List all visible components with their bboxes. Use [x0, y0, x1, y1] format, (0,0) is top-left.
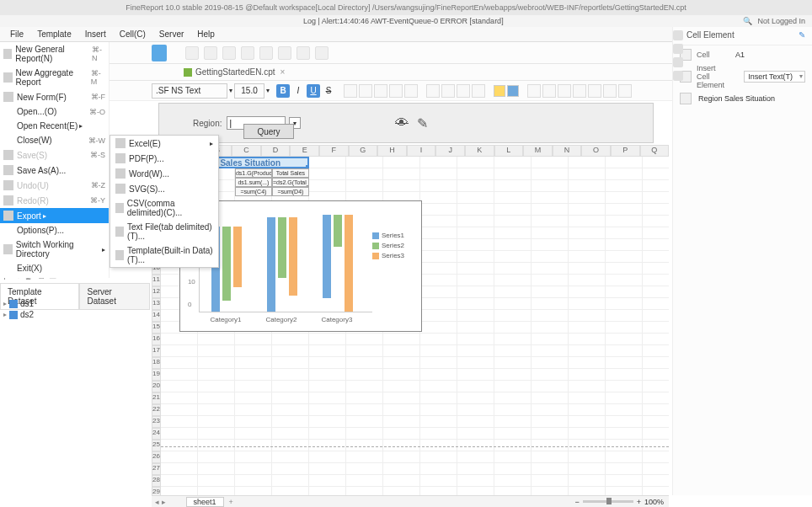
underline-button[interactable]: U	[307, 84, 320, 98]
sheet-tab[interactable]: sheet1	[186, 497, 224, 507]
side-icon[interactable]	[673, 71, 683, 81]
row-header[interactable]: 20	[152, 381, 161, 392]
col-header[interactable]: K	[465, 145, 494, 157]
align-5[interactable]	[404, 84, 418, 98]
col-header[interactable]: N	[553, 145, 582, 157]
file-item-new-general-report-n-[interactable]: New General Report(N)⌘-N	[0, 42, 109, 66]
export-item[interactable]: Excel(E)▸	[110, 136, 218, 151]
menu-file[interactable]: File	[3, 29, 30, 39]
export-item[interactable]: Word(W)...	[110, 166, 218, 181]
col-header[interactable]: F	[319, 145, 349, 157]
side-icon[interactable]	[673, 57, 683, 67]
col-header[interactable]: G	[349, 145, 378, 157]
file-item-exit-x-[interactable]: Exit(X)	[0, 261, 109, 275]
pencil-icon[interactable]: ✎	[417, 115, 428, 131]
col-header[interactable]: E	[290, 145, 319, 157]
other-2[interactable]	[573, 84, 586, 98]
eye-icon[interactable]: 👁	[395, 115, 409, 131]
file-item-open-o-[interactable]: Open...(O)⌘-O	[0, 104, 109, 119]
query-button[interactable]: Query	[243, 124, 294, 139]
size-select[interactable]: 15.0	[234, 83, 264, 99]
row-header[interactable]: 29	[152, 487, 161, 495]
col-header[interactable]: O	[581, 145, 611, 157]
col-header[interactable]: M	[523, 145, 553, 157]
col-header[interactable]: D	[261, 145, 291, 157]
strike-button[interactable]: S	[322, 84, 335, 98]
ds-item[interactable]: ▸ds1	[3, 298, 34, 309]
tb-1[interactable]	[185, 46, 199, 60]
italic-button[interactable]: I	[291, 84, 305, 98]
tb-2[interactable]	[204, 46, 217, 60]
row-header[interactable]: 27	[152, 463, 161, 475]
row-header[interactable]: 24	[152, 428, 161, 440]
row-header[interactable]: 22	[152, 404, 161, 416]
page-icon[interactable]	[152, 45, 167, 61]
insert-type-dropdown[interactable]: Insert Text(T)	[744, 71, 805, 83]
col-header[interactable]: J	[435, 145, 465, 157]
row-header[interactable]: 11	[152, 275, 161, 286]
export-item[interactable]: SVG(S)...	[110, 181, 218, 196]
cond-button[interactable]	[542, 84, 556, 98]
add-sheet-icon[interactable]: +	[224, 498, 238, 506]
tb-7[interactable]	[296, 46, 310, 60]
row-header[interactable]: 19	[152, 369, 161, 381]
row-header[interactable]: 15	[152, 322, 161, 334]
row-header[interactable]: 13	[152, 298, 161, 310]
col-header[interactable]: I	[407, 145, 436, 157]
search-icon[interactable]: 🔍	[743, 17, 752, 25]
export-item[interactable]: PDF(P)...	[110, 151, 218, 166]
border-3[interactable]	[457, 84, 470, 98]
menu-server[interactable]: Server	[152, 29, 190, 39]
border-1[interactable]	[426, 84, 440, 98]
side-icon[interactable]	[673, 44, 683, 54]
fill-color[interactable]	[494, 85, 505, 97]
col-header[interactable]: L	[494, 145, 524, 157]
menu-insert[interactable]: Insert	[78, 29, 113, 39]
row-header[interactable]: 12	[152, 286, 161, 298]
menu-help[interactable]: Help	[190, 29, 222, 39]
row-header[interactable]: 16	[152, 334, 161, 345]
merge-button[interactable]	[527, 84, 541, 98]
align-1[interactable]	[344, 84, 357, 98]
col-header[interactable]: P	[611, 145, 640, 157]
export-item[interactable]: CSV(comma delimited)(C)...	[110, 196, 218, 220]
other-5[interactable]	[618, 84, 632, 98]
file-item-save-as-a-[interactable]: Save As(A)...	[0, 163, 109, 178]
row-header[interactable]: 14	[152, 310, 161, 322]
file-item-switch-working-directory[interactable]: Switch Working Directory▸	[0, 237, 109, 261]
file-item-close-w-[interactable]: Close(W)⌘-W	[0, 133, 109, 147]
row-header[interactable]: 18	[152, 357, 161, 369]
tb-4[interactable]	[241, 46, 254, 60]
export-item[interactable]: Template(Built-in Data)(T)...	[110, 243, 218, 267]
login-status[interactable]: Not Logged In	[757, 17, 805, 25]
file-item-new-aggregate-report[interactable]: New Aggregate Report⌘-M	[0, 66, 109, 89]
menu-template[interactable]: Template	[30, 29, 78, 39]
row-header[interactable]: 17	[152, 345, 161, 357]
font-select[interactable]: .SF NS Text	[152, 83, 227, 99]
row-header[interactable]: 23	[152, 416, 161, 428]
other-4[interactable]	[603, 84, 617, 98]
tb-6[interactable]	[278, 46, 291, 60]
col-header[interactable]: Q	[640, 145, 670, 157]
font-color[interactable]	[507, 85, 519, 97]
file-item-export[interactable]: Export▸	[0, 208, 109, 223]
zoom-slider[interactable]	[583, 500, 633, 503]
col-header[interactable]: H	[377, 145, 407, 157]
other-1[interactable]	[558, 84, 571, 98]
other-3[interactable]	[588, 84, 601, 98]
menu-cell[interactable]: Cell(C)	[113, 29, 152, 39]
row-header[interactable]: 26	[152, 451, 161, 463]
tab-name[interactable]: GettingStartedEN.cpt	[195, 67, 275, 77]
file-item-options-p-[interactable]: Options(P)...	[0, 223, 109, 237]
align-4[interactable]	[389, 84, 403, 98]
file-item-new-form-f-[interactable]: New Form(F)⌘-F	[0, 89, 109, 104]
export-item[interactable]: Text File(tab delimited)(T)...	[110, 220, 218, 243]
close-icon[interactable]: ×	[280, 67, 286, 77]
bold-button[interactable]: B	[276, 84, 290, 98]
file-item-open-recent-e-[interactable]: Open Recent(E)▸	[0, 119, 109, 133]
tb-3[interactable]	[222, 46, 236, 60]
align-3[interactable]	[374, 84, 387, 98]
row-header[interactable]: 21	[152, 392, 161, 404]
align-2[interactable]	[359, 84, 372, 98]
row-header[interactable]: 28	[152, 475, 161, 487]
